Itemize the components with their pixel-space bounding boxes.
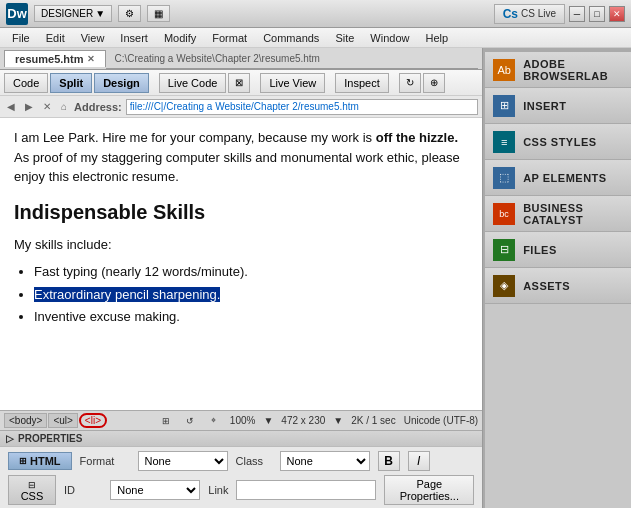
live-view-button[interactable]: Live View xyxy=(260,73,325,93)
live-code-button[interactable]: Live Code xyxy=(159,73,227,93)
status-icon-2[interactable]: ↺ xyxy=(182,413,198,429)
link-label: Link xyxy=(208,484,228,496)
css-styles-icon: ≡ xyxy=(493,131,515,153)
id-label: ID xyxy=(64,484,102,496)
tab-path: C:\Creating a Website\Chapter 2\resume5.… xyxy=(106,48,478,69)
panel-item-insert[interactable]: ⊞ INSERT xyxy=(485,88,631,124)
back-button[interactable]: ◀ xyxy=(4,100,18,113)
id-select[interactable]: None xyxy=(110,480,200,500)
layout-icon-btn[interactable]: ▦ xyxy=(147,5,170,22)
workspace-chevron-icon: ▼ xyxy=(95,8,105,19)
gear-icon-btn[interactable]: ⚙ xyxy=(118,5,141,22)
menu-format[interactable]: Format xyxy=(204,30,255,46)
restore-button[interactable]: □ xyxy=(589,6,605,22)
page-properties-button[interactable]: Page Properties... xyxy=(384,475,474,505)
prop-row-1: ⊞ HTML Format None Class None B I xyxy=(8,451,474,471)
address-label: Address: xyxy=(74,101,122,113)
menu-bar: File Edit View Insert Modify Format Comm… xyxy=(0,28,631,48)
dimensions: 472 x 230 xyxy=(281,415,325,426)
prop-row-2: ⊟ CSS ID None Link Page Properties... xyxy=(8,475,474,505)
skills-heading: Indispensable Skills xyxy=(14,197,468,227)
menu-commands[interactable]: Commands xyxy=(255,30,327,46)
workspace-dropdown[interactable]: DESIGNER ▼ xyxy=(34,5,112,22)
menu-site[interactable]: Site xyxy=(327,30,362,46)
files-icon: ⊟ xyxy=(493,239,515,261)
home-button[interactable]: ⌂ xyxy=(58,100,70,113)
menu-edit[interactable]: Edit xyxy=(38,30,73,46)
italic-button[interactable]: I xyxy=(408,451,430,471)
menu-window[interactable]: Window xyxy=(362,30,417,46)
status-icon-3[interactable]: ⌖ xyxy=(206,413,222,429)
skill-item-3: Inventive excuse making. xyxy=(34,307,468,327)
address-input[interactable] xyxy=(126,99,478,115)
panel-item-browserlab[interactable]: Ab ADOBE BROWSERLAB xyxy=(485,52,631,88)
status-tag-ul[interactable]: <ul> xyxy=(48,413,77,428)
class-label: Class xyxy=(236,455,272,467)
menu-help[interactable]: Help xyxy=(417,30,456,46)
split-button[interactable]: Split xyxy=(50,73,92,93)
title-right: Cs CS Live ─ □ ✕ xyxy=(494,4,625,24)
bold-button[interactable]: B xyxy=(378,451,400,471)
panel-item-files[interactable]: ⊟ FILES xyxy=(485,232,631,268)
status-right: ⊞ ↺ ⌖ 100% ▼ 472 x 230 ▼ 2K / 1 sec Unic… xyxy=(158,413,478,429)
left-panel: resume5.htm ✕ C:\Creating a Website\Chap… xyxy=(0,48,483,508)
menu-file[interactable]: File xyxy=(4,30,38,46)
properties-header: ▷ PROPERTIES xyxy=(0,431,482,447)
minimize-button[interactable]: ─ xyxy=(569,6,585,22)
status-tag-body[interactable]: <body> xyxy=(4,413,47,428)
panel-item-bc[interactable]: bc BUSINESS CATALYST xyxy=(485,196,631,232)
panel-item-ap[interactable]: ⬚ AP ELEMENTS xyxy=(485,160,631,196)
class-select[interactable]: None xyxy=(280,451,370,471)
format-select[interactable]: None xyxy=(138,451,228,471)
tab-resume5[interactable]: resume5.htm ✕ xyxy=(4,50,106,67)
inspect-button[interactable]: Inspect xyxy=(335,73,388,93)
code-button[interactable]: Code xyxy=(4,73,48,93)
menu-view[interactable]: View xyxy=(73,30,113,46)
html-button[interactable]: ⊞ HTML xyxy=(8,452,72,470)
status-tag-li[interactable]: <li> xyxy=(79,413,107,428)
editor-toolbar: Code Split Design Live Code ⊠ Live View … xyxy=(0,70,482,96)
format-label: Format xyxy=(80,455,130,467)
css-icon: ⊟ xyxy=(28,480,36,490)
css-styles-label: CSS STYLES xyxy=(523,136,596,148)
browserlab-label: ADOBE BROWSERLAB xyxy=(523,58,623,82)
settings-icon[interactable]: ⊕ xyxy=(423,73,445,93)
dw-logo: Dw xyxy=(6,3,28,25)
panel-item-assets[interactable]: ◈ ASSETS xyxy=(485,268,631,304)
bc-icon: bc xyxy=(493,203,515,225)
menu-insert[interactable]: Insert xyxy=(112,30,156,46)
encoding: Unicode (UTF-8) xyxy=(404,415,478,426)
dim-chevron-icon[interactable]: ▼ xyxy=(333,415,343,426)
menu-modify[interactable]: Modify xyxy=(156,30,204,46)
intro-paragraph: I am Lee Park. Hire me for your company,… xyxy=(14,128,468,187)
zoom-chevron-icon[interactable]: ▼ xyxy=(263,415,273,426)
html-icon: ⊞ xyxy=(19,456,27,466)
properties-expand-icon[interactable]: ▷ xyxy=(6,433,14,444)
css-label: CSS xyxy=(21,490,44,502)
forward-button[interactable]: ▶ xyxy=(22,100,36,113)
close-button[interactable]: ✕ xyxy=(609,6,625,22)
bold-intro: off the hizzle. xyxy=(376,130,458,145)
right-panel: Ab ADOBE BROWSERLAB ⊞ INSERT ≡ CSS STYLE… xyxy=(483,48,631,508)
insert-icon: ⊞ xyxy=(493,95,515,117)
file-size: 2K / 1 sec xyxy=(351,415,395,426)
assets-label: ASSETS xyxy=(523,280,570,292)
files-label: FILES xyxy=(523,244,557,256)
workspace-label: DESIGNER xyxy=(41,8,93,19)
tab-close-icon[interactable]: ✕ xyxy=(87,54,95,64)
live-code-icon: ⊠ xyxy=(228,73,250,93)
skills-list: Fast typing (nearly 12 words/minute). Ex… xyxy=(34,262,468,327)
tab-resume5-label: resume5.htm xyxy=(15,53,83,65)
refresh-icon[interactable]: ↻ xyxy=(399,73,421,93)
title-bar-left: Dw DESIGNER ▼ ⚙ ▦ xyxy=(6,3,170,25)
cslive-button[interactable]: Cs CS Live xyxy=(494,4,565,24)
link-input[interactable] xyxy=(236,480,376,500)
bc-label: BUSINESS CATALYST xyxy=(523,202,623,226)
status-icon-1[interactable]: ⊞ xyxy=(158,413,174,429)
stop-button[interactable]: ✕ xyxy=(40,100,54,113)
panel-item-css[interactable]: ≡ CSS STYLES xyxy=(485,124,631,160)
css-button[interactable]: ⊟ CSS xyxy=(8,475,56,505)
ap-elements-icon: ⬚ xyxy=(493,167,515,189)
zoom-level: 100% xyxy=(230,415,256,426)
design-button[interactable]: Design xyxy=(94,73,149,93)
